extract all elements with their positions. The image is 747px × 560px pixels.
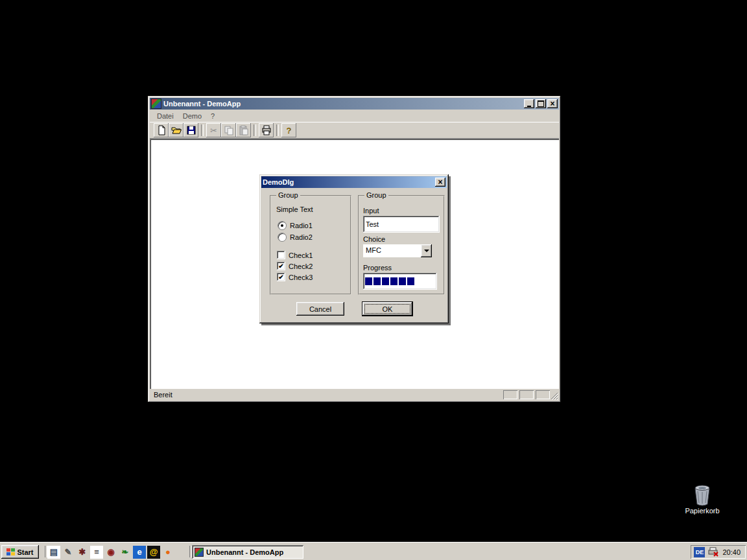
check1[interactable]: ✔ Check1 <box>277 251 313 259</box>
help-icon: ? <box>287 126 292 135</box>
toolbar: ✂ ? <box>150 122 559 139</box>
recycle-bin[interactable]: Papierkorb <box>678 484 727 515</box>
quick-launch-bar: ▤✎✱≡◉❧e@● <box>47 545 175 559</box>
menu-demo[interactable]: Demo <box>178 111 206 121</box>
check3-box[interactable]: ✔ <box>277 273 285 281</box>
new-document-button[interactable] <box>154 123 169 137</box>
recycle-bin-label: Papierkorb <box>678 507 727 515</box>
dialog-close-button[interactable]: × <box>435 178 445 187</box>
statusbar: Bereit <box>150 389 559 401</box>
chevron-down-icon <box>424 250 429 252</box>
radio1[interactable]: Radio1 <box>278 221 313 230</box>
check2-box[interactable]: ✔ <box>277 262 285 270</box>
launcher-document-icon[interactable]: ≡ <box>90 546 103 559</box>
print-icon <box>261 125 272 135</box>
progress-block <box>399 277 406 285</box>
menubar: Datei Demo ? <box>150 110 559 122</box>
save-icon <box>186 125 196 135</box>
toolbar-separator <box>201 124 204 136</box>
help-about-button[interactable]: ? <box>281 123 296 137</box>
new-document-icon <box>156 125 167 135</box>
progress-block <box>382 277 389 285</box>
start-button[interactable]: Start <box>1 545 39 559</box>
group-left: Group Simple Text Radio1 Radio2 ✔ Check1… <box>270 195 351 295</box>
progress-label: Progress <box>363 264 392 272</box>
dialog-title: DemoDlg <box>263 178 294 186</box>
launcher-browser-orb-icon[interactable]: ● <box>161 546 174 559</box>
open-folder-button[interactable] <box>169 123 184 137</box>
open-folder-icon <box>171 125 182 135</box>
start-label: Start <box>17 548 33 556</box>
print-button[interactable] <box>259 123 274 137</box>
menu-datei[interactable]: Datei <box>152 111 178 121</box>
launcher-plant-icon[interactable]: ❧ <box>119 546 132 559</box>
copy-button[interactable] <box>221 123 236 137</box>
toolbar-separator <box>276 124 279 136</box>
menu-help[interactable]: ? <box>206 111 219 121</box>
input-field[interactable] <box>363 216 440 233</box>
check2-label: Check2 <box>289 262 313 270</box>
check1-box[interactable]: ✔ <box>277 251 285 259</box>
status-pane <box>519 390 534 399</box>
check3-label: Check3 <box>289 274 313 281</box>
printer-status-icon[interactable] <box>708 547 719 557</box>
input-label: Input <box>363 207 379 215</box>
progress-block <box>390 277 397 285</box>
app-title: Unbenannt - DemoApp <box>163 100 241 108</box>
task-button-demoapp[interactable]: Unbenannt - DemoApp <box>192 545 303 559</box>
choice-combobox[interactable]: MFC <box>363 244 432 257</box>
app-titlebar[interactable]: Unbenannt - DemoApp × <box>150 98 559 110</box>
progress-block <box>407 277 414 285</box>
copy-icon <box>224 125 234 135</box>
cancel-button[interactable]: Cancel <box>296 302 344 316</box>
maximize-button[interactable] <box>536 99 546 108</box>
tray-clock: 20:40 <box>722 548 741 556</box>
radio2[interactable]: Radio2 <box>278 233 313 242</box>
progress-block <box>365 277 372 285</box>
focus-rect <box>364 304 410 314</box>
group-right-title: Group <box>364 191 388 199</box>
dialog-titlebar[interactable]: DemoDlg × <box>261 176 447 188</box>
check2[interactable]: ✔ Check2 <box>277 262 313 270</box>
group-right: Group Input Choice MFC Progress <box>358 195 445 295</box>
demo-dialog: DemoDlg × Group Simple Text Radio1 Radio… <box>259 174 449 323</box>
app-icon <box>151 99 161 109</box>
save-button[interactable] <box>184 123 198 137</box>
simple-text-label: Simple Text <box>276 205 313 213</box>
progress-block <box>374 277 381 285</box>
choice-value: MFC <box>363 244 421 257</box>
minimize-button[interactable] <box>524 99 534 108</box>
desktop: { "desktop": { "recycle_bin": { "label":… <box>0 0 747 560</box>
paste-icon <box>239 125 249 135</box>
status-pane <box>536 390 550 399</box>
close-button[interactable]: × <box>547 99 558 108</box>
choice-label: Choice <box>363 235 385 243</box>
radio2-circle[interactable] <box>278 233 287 242</box>
demoapp-icon <box>195 548 204 557</box>
toolbar-separator <box>254 124 256 136</box>
group-left-title: Group <box>276 191 300 199</box>
status-pane <box>503 390 517 399</box>
radio1-label: Radio1 <box>290 222 313 229</box>
launcher-mail-at-icon[interactable]: @ <box>147 546 160 559</box>
cut-button[interactable]: ✂ <box>206 123 221 137</box>
launcher-eye-icon[interactable]: ◉ <box>104 546 117 559</box>
resize-grip[interactable] <box>551 392 558 400</box>
ok-button[interactable]: OK <box>362 302 412 316</box>
system-tray: DE 20:40 <box>691 545 746 559</box>
launcher-notes-icon[interactable]: ▤ <box>47 546 60 559</box>
launcher-internet-explorer-icon[interactable]: e <box>133 546 146 559</box>
status-text: Bereit <box>154 391 172 399</box>
radio2-label: Radio2 <box>290 233 313 241</box>
radio1-circle[interactable] <box>278 221 287 230</box>
keyboard-layout-indicator[interactable]: DE <box>694 547 705 557</box>
task-button-label: Unbenannt - DemoApp <box>206 548 283 556</box>
check1-label: Check1 <box>289 251 313 259</box>
combo-dropdown-button[interactable] <box>421 244 432 257</box>
recycle-bin-icon <box>691 484 713 507</box>
cut-icon: ✂ <box>210 126 217 135</box>
launcher-bug-icon[interactable]: ✱ <box>76 546 89 559</box>
check3[interactable]: ✔ Check3 <box>277 273 313 281</box>
paste-button[interactable] <box>236 123 251 137</box>
launcher-pen-icon[interactable]: ✎ <box>62 546 75 559</box>
